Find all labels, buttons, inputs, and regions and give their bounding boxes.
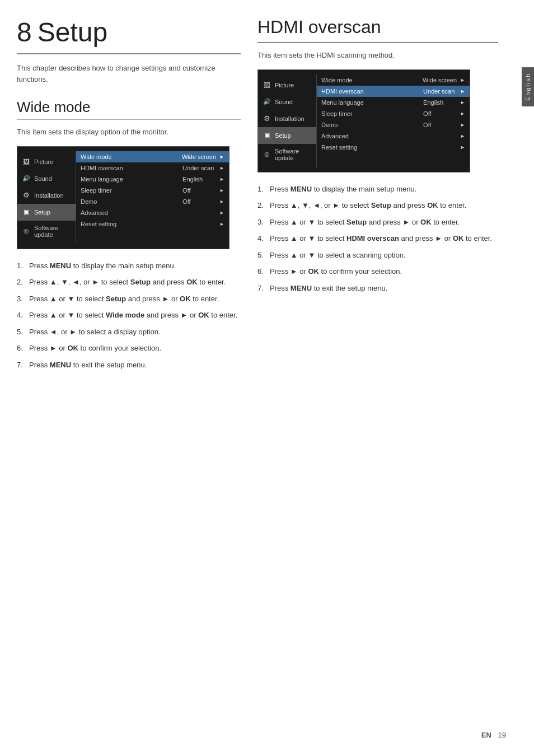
r-sidebar-item-sound: Sound: [258, 94, 316, 110]
hdmi-step-text-5: Press ▲ or ▼ to select a scanning option…: [270, 250, 498, 261]
hdmi-step1-bold: MENU: [291, 185, 312, 193]
step2-bold2: OK: [186, 278, 198, 286]
r-install-icon: [263, 114, 271, 123]
wide-mode-step-5: 5. Press ◄, or ► to select a display opt…: [17, 326, 241, 338]
software-icon: [22, 227, 31, 236]
r-picture-icon: [263, 81, 271, 90]
demo-label: Demo: [81, 198, 182, 205]
hdmi-step-text-7: Press MENU to exit the setup menu.: [270, 283, 498, 294]
step-num-7: 7.: [17, 360, 29, 371]
hdmi-step-1: 1. Press MENU to display the main setup …: [257, 184, 498, 195]
r-reset-setting-arrow: ►: [460, 144, 465, 150]
step-text-6: Press ► or OK to confirm your selection.: [29, 343, 241, 354]
sound-icon: [22, 174, 31, 183]
r-setup-icon: [263, 131, 271, 140]
menu-row-advanced: Advanced ►: [76, 207, 229, 218]
r-sidebar-item-software: Software update: [258, 144, 316, 165]
picture-icon: [22, 157, 31, 166]
wide-mode-desc: This item sets the display option of the…: [17, 127, 241, 138]
hdmi-step-6: 6. Press ► or OK to confirm your selecti…: [257, 266, 498, 277]
r-wide-mode-arrow: ►: [460, 77, 465, 83]
r-sidebar-item-picture: Picture: [258, 77, 316, 94]
hdmi-step-2: 2. Press ▲, ▼, ◄, or ► to select Setup a…: [257, 200, 498, 211]
reset-setting-label: Reset setting: [81, 221, 182, 227]
step6-bold1: OK: [68, 344, 79, 352]
hdmi-step-num-7: 7.: [257, 283, 270, 294]
r-hdmi-overscan-arrow: ►: [460, 88, 465, 94]
hdmi-step-num-1: 1.: [257, 184, 270, 195]
wide-mode-step-7: 7. Press MENU to exit the setup menu.: [17, 360, 241, 371]
menu-language-label: Menu language: [81, 176, 182, 183]
wide-mode-step-2: 2. Press ▲, ▼, ◄, or ► to select Setup a…: [17, 277, 241, 288]
step-num-1: 1.: [17, 260, 29, 272]
hdmi-step2-bold2: OK: [427, 201, 438, 209]
advanced-label: Advanced: [81, 209, 182, 216]
step3-bold2: OK: [180, 295, 191, 303]
sidebar-item-setup: Setup: [17, 204, 76, 221]
r-demo-arrow: ►: [460, 122, 465, 128]
r-menu-row-hdmi-overscan: HDMI overscan Under scan ►: [317, 86, 470, 97]
r-sidebar-installation-label: Installation: [275, 115, 305, 122]
hdmi-step-text-3: Press ▲ or ▼ to select Setup and press ►…: [270, 217, 498, 228]
hdmi-step-num-5: 5.: [257, 250, 270, 261]
hdmi-step-4: 4. Press ▲ or ▼ to select HDMI overscan …: [257, 233, 498, 244]
sidebar-item-software: Software update: [17, 221, 76, 242]
r-sidebar-sound-label: Sound: [275, 99, 293, 105]
step1-bold: MENU: [50, 262, 71, 270]
right-column: HDMI overscan This item sets the HDMI sc…: [257, 17, 515, 299]
r-sidebar-item-installation: Installation: [258, 110, 316, 127]
hdmi-step2-bold1: Setup: [371, 201, 391, 209]
r-demo-label: Demo: [321, 122, 423, 128]
chapter-number: 8: [17, 17, 32, 47]
wide-mode-steps: 1. Press MENU to display the main setup …: [17, 260, 241, 371]
hdmi-step4-bold1: HDMI overscan: [346, 234, 399, 242]
r-reset-setting-label: Reset setting: [321, 144, 423, 151]
sleep-timer-value: Off: [182, 187, 216, 194]
r-sidebar-software-label: Software update: [275, 148, 312, 161]
step-num-4: 4.: [17, 310, 29, 321]
step-num-5: 5.: [17, 326, 29, 338]
hdmi-step-3: 3. Press ▲ or ▼ to select Setup and pres…: [257, 217, 498, 228]
wide-mode-label: Wide mode: [81, 153, 182, 160]
step-text-3: Press ▲ or ▼ to select Setup and press ►…: [29, 293, 241, 305]
menu-language-arrow: ►: [219, 176, 224, 182]
step3-bold1: Setup: [106, 295, 126, 303]
hdmi-overscan-steps: 1. Press MENU to display the main setup …: [257, 184, 498, 294]
hdmi-step4-bold2: OK: [453, 234, 464, 242]
hdmi-step-text-4: Press ▲ or ▼ to select HDMI overscan and…: [270, 233, 498, 244]
left-column: 8Setup This chapter describes how to cha…: [17, 17, 241, 376]
wide-mode-step-4: 4. Press ▲ or ▼ to select Wide mode and …: [17, 310, 241, 321]
r-demo-value: Off: [423, 122, 457, 128]
reset-setting-arrow: ►: [219, 221, 224, 227]
hdmi-overscan-desc: This item sets the HDMI scanning method.: [257, 50, 498, 61]
r-menu-row-sleep-timer: Sleep timer Off ►: [317, 108, 470, 119]
step-text-1: Press MENU to display the main setup men…: [29, 260, 241, 272]
hdmi-step3-bold1: Setup: [346, 218, 367, 226]
r-menu-row-menu-language: Menu language English ►: [317, 97, 470, 108]
step-text-4: Press ▲ or ▼ to select Wide mode and pre…: [29, 310, 241, 321]
step-num-6: 6.: [17, 343, 29, 354]
chapter-heading: 8Setup: [17, 17, 241, 54]
r-menu-row-reset-setting: Reset setting ►: [317, 142, 470, 153]
wide-mode-heading: Wide mode: [17, 99, 241, 120]
sidebar-picture-label: Picture: [34, 158, 53, 165]
r-menu-language-arrow: ►: [460, 100, 465, 105]
page-footer: EN 19: [481, 731, 506, 739]
r-software-icon: [263, 150, 271, 159]
sleep-timer-arrow: ►: [219, 188, 224, 193]
menu-language-value: English: [182, 176, 216, 183]
demo-arrow: ►: [219, 199, 224, 204]
menu-row-sleep-timer: Sleep timer Off ►: [76, 185, 229, 196]
wide-mode-step-1: 1. Press MENU to display the main setup …: [17, 260, 241, 272]
step-num-3: 3.: [17, 293, 29, 305]
side-tab-english: English: [522, 67, 534, 106]
r-menu-row-wide-mode: Wide mode Wide screen ►: [317, 74, 470, 86]
hdmi-overscan-value: Under scan: [182, 165, 216, 171]
wide-mode-arrow: ►: [219, 154, 224, 160]
menu-row-menu-language: Menu language English ►: [76, 174, 229, 185]
r-hdmi-overscan-value: Under scan: [423, 88, 457, 95]
r-advanced-arrow: ►: [460, 133, 465, 139]
step4-bold2: OK: [198, 311, 209, 319]
r-sleep-timer-value: Off: [423, 110, 457, 117]
chapter-intro: This chapter describes how to change set…: [17, 63, 241, 85]
